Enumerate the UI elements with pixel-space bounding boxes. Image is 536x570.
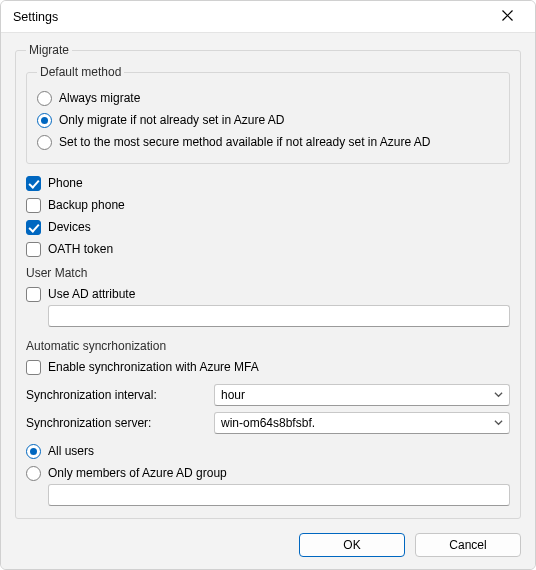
sync-interval-label: Synchronization interval: [26,388,206,402]
cancel-button-label: Cancel [449,538,486,552]
chevron-down-icon [494,416,503,430]
check-enable-sync[interactable] [26,360,41,375]
autosync-label: Automatic syncrhonization [26,339,510,353]
radio-most-secure-label: Set to the most secure method available … [59,134,431,150]
radio-always-migrate[interactable] [37,91,52,106]
dialog-body: Migrate Default method Always migrate On… [1,33,535,527]
close-icon [502,10,513,24]
radio-group-members[interactable] [26,466,41,481]
check-phone-label: Phone [48,175,83,191]
radio-all-users[interactable] [26,444,41,459]
default-method-group: Default method Always migrate Only migra… [26,65,510,164]
radio-if-not-set-label: Only migrate if not already set in Azure… [59,112,284,128]
sync-server-select[interactable]: win-om64s8bfsbf. [214,412,510,434]
check-use-ad-attribute-label: Use AD attribute [48,286,135,302]
check-oath-token-label: OATH token [48,241,113,257]
default-method-legend: Default method [37,65,124,79]
dialog-footer: OK Cancel [1,527,535,569]
radio-if-not-set[interactable] [37,113,52,128]
check-use-ad-attribute[interactable] [26,287,41,302]
azure-ad-group-input[interactable] [48,484,510,506]
radio-most-secure[interactable] [37,135,52,150]
ok-button-label: OK [343,538,360,552]
cancel-button[interactable]: Cancel [415,533,521,557]
chevron-down-icon [494,388,503,402]
sync-server-label: Synchronization server: [26,416,206,430]
title-bar: Settings [1,1,535,33]
sync-interval-value: hour [221,388,245,402]
radio-always-migrate-label: Always migrate [59,90,140,106]
radio-all-users-label: All users [48,443,94,459]
close-button[interactable] [489,3,525,31]
radio-group-members-label: Only members of Azure AD group [48,465,227,481]
ad-attribute-input[interactable] [48,305,510,327]
migrate-group: Migrate Default method Always migrate On… [15,43,521,519]
settings-dialog: Settings Migrate Default method Always m… [0,0,536,570]
check-backup-phone-label: Backup phone [48,197,125,213]
check-enable-sync-label: Enable synchronization with Azure MFA [48,359,259,375]
window-title: Settings [13,10,58,24]
check-backup-phone[interactable] [26,198,41,213]
migrate-legend: Migrate [26,43,72,57]
sync-interval-select[interactable]: hour [214,384,510,406]
ok-button[interactable]: OK [299,533,405,557]
check-phone[interactable] [26,176,41,191]
check-devices[interactable] [26,220,41,235]
user-match-label: User Match [26,266,510,280]
check-devices-label: Devices [48,219,91,235]
sync-server-value: win-om64s8bfsbf. [221,416,315,430]
check-oath-token[interactable] [26,242,41,257]
